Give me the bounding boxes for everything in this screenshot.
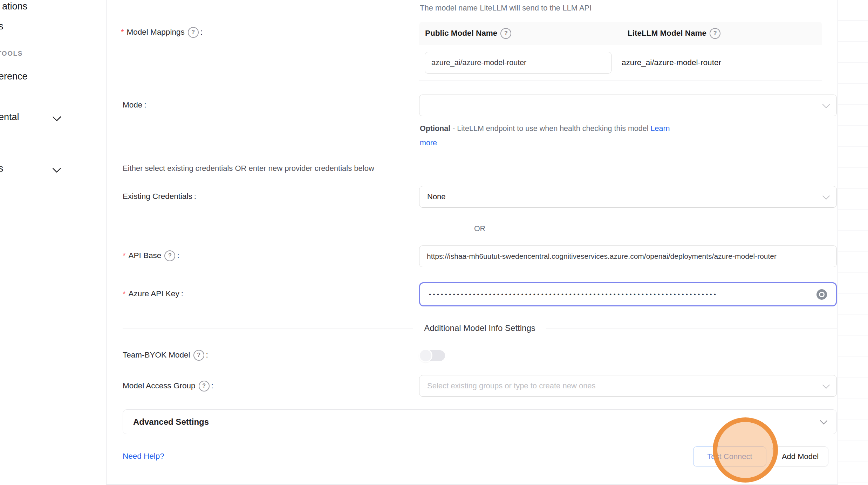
azure-api-key-label-text: Azure API Key — [129, 288, 179, 299]
chevron-down-icon — [52, 164, 61, 173]
model-access-group-label: Model Access Group ? : — [123, 380, 213, 392]
colon: : — [181, 288, 183, 299]
colon: : — [206, 349, 208, 361]
chevron-down-icon — [822, 192, 830, 199]
model-mappings-table: Public Model Name ? LiteLLM Model Name ?… — [419, 22, 822, 81]
litellm-model-name-header-text: LiteLLM Model Name — [628, 29, 706, 38]
mode-hint: Optional - LiteLLM endpoint to use when … — [420, 122, 711, 150]
toggle-knob — [420, 350, 431, 361]
learn-more-link[interactable]: more — [420, 139, 437, 147]
sidebar-item-s1[interactable]: s — [0, 20, 4, 32]
public-model-name-input[interactable]: azure_ai/azure-model-router — [425, 52, 611, 74]
model-name-hint: The model name LiteLLM will send to the … — [420, 3, 592, 13]
divider-line — [495, 229, 837, 229]
api-base-label-text: API Base — [129, 250, 162, 261]
existing-credentials-label: Existing Credentials : — [123, 191, 196, 202]
public-model-name-cell: azure_ai/azure-model-router — [419, 52, 616, 74]
required-asterisk: * — [123, 288, 126, 299]
click-highlight — [713, 417, 778, 483]
mode-label-text: Mode — [123, 99, 142, 111]
help-icon[interactable]: ? — [164, 250, 175, 261]
chevron-down-icon — [820, 417, 827, 424]
form-bottom-border — [106, 484, 838, 485]
table-row: azure_ai/azure-model-router azure_ai/azu… — [419, 45, 822, 81]
model-mappings-label: * Model Mappings ? : — [121, 27, 203, 38]
public-model-name-header: Public Model Name ? — [419, 28, 622, 39]
api-base-label: * API Base ? : — [123, 250, 179, 261]
credentials-note: Either select existing credentials OR en… — [123, 163, 374, 174]
help-icon[interactable]: ? — [710, 28, 720, 39]
divider-line — [123, 328, 413, 328]
api-base-input[interactable]: https://ishaa-mh6uutut-swedencentral.cog… — [419, 245, 837, 267]
mode-hint-text: - LiteLLM endpoint to use when health ch… — [452, 124, 648, 133]
or-divider: OR — [123, 224, 837, 233]
mode-hint-optional: Optional — [420, 124, 450, 133]
table-header-row: Public Model Name ? LiteLLM Model Name ? — [419, 22, 822, 45]
existing-credentials-value: None — [427, 192, 446, 201]
eye-icon[interactable] — [816, 289, 827, 300]
mode-select[interactable] — [419, 95, 837, 116]
existing-credentials-select[interactable]: None — [419, 186, 837, 208]
model-access-group-select[interactable]: Select existing groups or type to create… — [419, 375, 837, 397]
sidebar-item-ations[interactable]: ations — [2, 0, 27, 12]
sidebar-section-tools: TOOLS — [0, 49, 23, 58]
sidebar: ations s TOOLS erence ental s — [0, 0, 107, 485]
chevron-down-icon — [822, 101, 830, 108]
azure-api-key-label: * Azure API Key : — [123, 288, 183, 299]
team-byok-toggle[interactable] — [421, 350, 445, 361]
litellm-model-name-header: LiteLLM Model Name ? — [622, 28, 720, 39]
required-asterisk: * — [121, 27, 124, 38]
colon: : — [200, 27, 203, 38]
need-help-link[interactable]: Need Help? — [123, 452, 164, 461]
additional-settings-divider-text: Additional Model Info Settings — [413, 323, 546, 333]
model-mappings-label-text: Model Mappings — [127, 27, 185, 38]
colon: : — [177, 250, 179, 261]
help-icon[interactable]: ? — [500, 28, 511, 39]
colon: : — [211, 380, 213, 392]
litellm-model-name-value: azure_ai/azure-model-router — [616, 58, 721, 67]
azure-api-key-input[interactable]: ••••••••••••••••••••••••••••••••••••••••… — [419, 282, 837, 306]
divider-line — [123, 229, 465, 229]
team-byok-label: Team-BYOK Model ? : — [123, 349, 208, 361]
chevron-down-icon — [52, 112, 61, 121]
team-byok-label-text: Team-BYOK Model — [123, 349, 190, 361]
sidebar-item-s2[interactable]: s — [0, 162, 4, 174]
divider-line — [546, 328, 837, 328]
advanced-settings-title: Advanced Settings — [133, 417, 209, 427]
chevron-down-icon — [822, 381, 830, 388]
masked-password-value: ••••••••••••••••••••••••••••••••••••••••… — [429, 291, 816, 298]
colon: : — [144, 99, 146, 111]
or-divider-text: OR — [465, 224, 495, 233]
help-glyph: ? — [713, 30, 717, 36]
mode-hint-line1: Optional - LiteLLM endpoint to use when … — [420, 122, 711, 136]
public-model-name-header-text: Public Model Name — [425, 29, 497, 38]
background-table-strip — [838, 0, 868, 485]
help-glyph: ? — [504, 30, 508, 36]
help-glyph: ? — [168, 250, 172, 261]
required-asterisk: * — [123, 250, 126, 261]
help-glyph: ? — [191, 27, 195, 38]
mode-hint-line2: more — [420, 136, 711, 150]
help-icon[interactable]: ? — [193, 350, 204, 361]
model-access-group-label-text: Model Access Group — [123, 380, 196, 392]
add-model-page: ations s TOOLS erence ental s The model … — [0, 0, 868, 485]
help-icon[interactable]: ? — [199, 381, 210, 392]
sidebar-item-erence[interactable]: erence — [0, 70, 28, 82]
learn-more-link[interactable]: Learn — [651, 124, 670, 133]
help-glyph: ? — [202, 380, 206, 392]
help-icon[interactable]: ? — [188, 27, 199, 38]
header-column-divider — [616, 27, 616, 40]
additional-settings-divider: Additional Model Info Settings — [123, 323, 837, 333]
add-model-button[interactable]: Add Model — [772, 446, 828, 466]
help-glyph: ? — [197, 349, 200, 361]
existing-credentials-label-text: Existing Credentials — [123, 191, 192, 202]
colon: : — [194, 191, 196, 202]
mode-label: Mode : — [123, 99, 146, 111]
sidebar-item-ental[interactable]: ental — [0, 111, 19, 123]
model-access-group-placeholder: Select existing groups or type to create… — [427, 381, 596, 390]
